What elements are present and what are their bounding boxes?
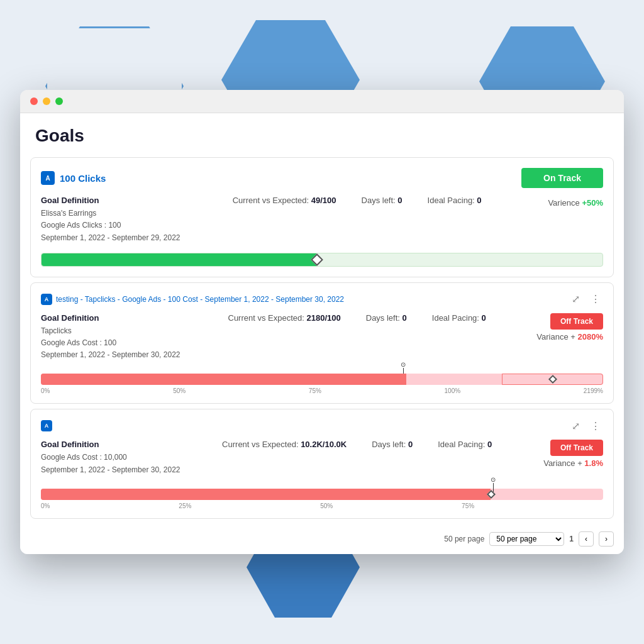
current-vs-expected-2: Current vs Expected: 2180/100	[228, 313, 341, 323]
current-vs-expected-value-2: 2180/100	[307, 313, 341, 323]
goal-link-row-3: A	[41, 420, 52, 431]
goal-link-row-2: A testing - Tapclicks - Google Ads - 100…	[41, 294, 344, 305]
tapclicks-icon-1: A	[41, 171, 55, 185]
goal-card-3: A ⤢ ⋮ Goal Definition Google Ads Cost : …	[30, 409, 614, 518]
progress-diamond-1	[311, 253, 323, 266]
goal-def-dates-3: September 1, 2022 - September 30, 2022	[41, 464, 199, 476]
goal-card-1-header: A 100 Clicks On Track	[41, 168, 603, 188]
goal-def-title-3: Goal Definition	[41, 440, 199, 449]
variance-2: Variance + 2080%	[515, 332, 603, 341]
progress-bar-1	[41, 253, 603, 267]
current-vs-expected-value-3: 10.2K/10.0K	[301, 440, 347, 449]
progress-bar-fill-1	[42, 253, 316, 266]
goal-title-row-1: A 100 Clicks	[41, 171, 106, 185]
pagination-row: 50 per page 10 per page 25 per page 50 p…	[20, 524, 624, 554]
goal-def-metric-3: Google Ads Cost : 10,000	[41, 452, 199, 464]
goal-link-bar-2: A testing - Tapclicks - Google Ads - 100…	[41, 292, 603, 307]
ideal-pacing-value-1: 0	[477, 196, 481, 205]
goal-definition-1: Goal Definition Elissa's Earrings Google…	[41, 196, 199, 244]
progress-fill-3	[41, 489, 491, 500]
goal-def-metric-1: Google Ads Clicks : 100	[41, 219, 199, 231]
variance-3: Variance + 1.8%	[515, 458, 603, 468]
overflow-diamond-2	[548, 375, 557, 384]
tapclicks-icon-2: A	[41, 294, 52, 305]
more-icon-2[interactable]: ⋮	[588, 292, 603, 307]
ideal-pacing-value-2: 0	[482, 313, 486, 323]
off-track-button-2[interactable]: Off Track	[550, 313, 603, 330]
goal-def-title-1: Goal Definition	[41, 196, 199, 205]
goal-def-metric-2: Google Ads Cost : 100	[41, 337, 199, 349]
days-left-value-1: 0	[397, 196, 402, 205]
goal-def-dates-1: September 1, 2022 - September 29, 2022	[41, 232, 199, 244]
off-track-button-3[interactable]: Off Track	[550, 440, 603, 456]
ideal-pacing-value-3: 0	[487, 440, 492, 449]
browser-window: Goals A 100 Clicks On Track Goal Definit…	[20, 90, 624, 554]
chart-labels-3: 0% 25% 50% 75%	[41, 502, 603, 509]
goal-link-2[interactable]: testing - Tapclicks - Google Ads - 100 C…	[56, 295, 344, 304]
expand-icon-3[interactable]: ⤢	[568, 418, 583, 433]
variance-value-1: +50%	[582, 198, 603, 208]
days-left-value-3: 0	[408, 440, 413, 449]
page-current: 1	[569, 535, 574, 543]
outer-wrapper: Goals A 100 Clicks On Track Goal Definit…	[8, 14, 636, 630]
traffic-light-yellow[interactable]	[43, 97, 50, 105]
chart-labels-2: 0% 50% 75% 100% 2199%	[41, 387, 603, 394]
current-vs-expected-3: Current vs Expected: 10.2K/10.0K	[222, 440, 347, 449]
goal-definition-3: Goal Definition Google Ads Cost : 10,000…	[41, 440, 199, 475]
goal-card-2: A testing - Tapclicks - Google Ads - 100…	[30, 282, 614, 404]
ideal-pacing-1: Ideal Pacing: 0	[428, 196, 482, 205]
progress-wrapper-2: ⊙ 0% 50% 75% 100%	[41, 374, 603, 394]
goal-metrics-1: Current vs Expected: 49/100 Days left: 0…	[199, 196, 515, 205]
progress-fill-2	[41, 374, 406, 385]
ideal-pacing-3: Ideal Pacing: 0	[438, 440, 492, 449]
goal-status-right-3: Off Track Variance + 1.8%	[515, 440, 603, 468]
page-title: Goals	[35, 126, 609, 146]
goal-def-name-2: Tapclicks	[41, 325, 199, 337]
tapclicks-icon-3: A	[41, 420, 52, 431]
traffic-light-red[interactable]	[30, 97, 38, 105]
goal-stats-row-2: Goal Definition Tapclicks Google Ads Cos…	[41, 313, 603, 362]
goal-def-name-1: Elissa's Earrings	[41, 208, 199, 219]
goal-stats-row-3: Goal Definition Google Ads Cost : 10,000…	[41, 440, 603, 475]
goal-metrics-2: Current vs Expected: 2180/100 Days left:…	[199, 313, 515, 323]
card-actions-2: ⤢ ⋮	[568, 292, 603, 307]
card-actions-3: ⤢ ⋮	[568, 418, 603, 433]
page-title-bar: Goals	[20, 113, 624, 152]
goal-link-bar-3: A ⤢ ⋮	[41, 418, 603, 433]
browser-titlebar	[20, 90, 624, 113]
goal-def-dates-2: September 1, 2022 - September 30, 2022	[41, 349, 199, 361]
variance-1: Varience +50%	[515, 198, 603, 208]
ideal-pacing-2: Ideal Pacing: 0	[432, 313, 486, 323]
goal-card-1: A 100 Clicks On Track Goal Definition El…	[30, 157, 614, 277]
days-left-2: Days left: 0	[366, 313, 407, 323]
goal-metrics-3: Current vs Expected: 10.2K/10.0K Days le…	[199, 440, 515, 449]
variance-value-3: 1.8%	[584, 458, 603, 468]
per-page-label: 50 per page	[444, 535, 484, 543]
goal-status-right-1: Varience +50%	[515, 196, 603, 208]
current-vs-expected-1: Current vs Expected: 49/100	[233, 196, 336, 205]
expand-icon-2[interactable]: ⤢	[568, 292, 583, 307]
more-icon-3[interactable]: ⋮	[588, 418, 603, 433]
on-track-button-1[interactable]: On Track	[521, 168, 603, 188]
goal-stats-row-1: Goal Definition Elissa's Earrings Google…	[41, 196, 603, 244]
goal-name-1: 100 Clicks	[60, 173, 106, 184]
days-left-3: Days left: 0	[372, 440, 413, 449]
prev-page-button[interactable]: ‹	[579, 531, 594, 547]
days-left-value-2: 0	[402, 313, 407, 323]
days-left-1: Days left: 0	[362, 196, 402, 205]
traffic-light-green[interactable]	[55, 97, 63, 105]
goal-status-right-2: Off Track Variance + 2080%	[515, 313, 603, 341]
overflow-area-2	[502, 374, 603, 385]
variance-value-2: 2080%	[578, 332, 603, 341]
current-vs-expected-value-1: 49/100	[311, 196, 336, 205]
per-page-select[interactable]: 10 per page 25 per page 50 per page 100 …	[489, 532, 564, 546]
goal-definition-2: Goal Definition Tapclicks Google Ads Cos…	[41, 313, 199, 362]
goal-def-title-2: Goal Definition	[41, 313, 199, 323]
browser-content: Goals A 100 Clicks On Track Goal Definit…	[20, 113, 624, 554]
next-page-button[interactable]: ›	[599, 531, 614, 547]
progress-wrapper-3: ⊙ 0% 25% 50% 75%	[41, 489, 603, 509]
